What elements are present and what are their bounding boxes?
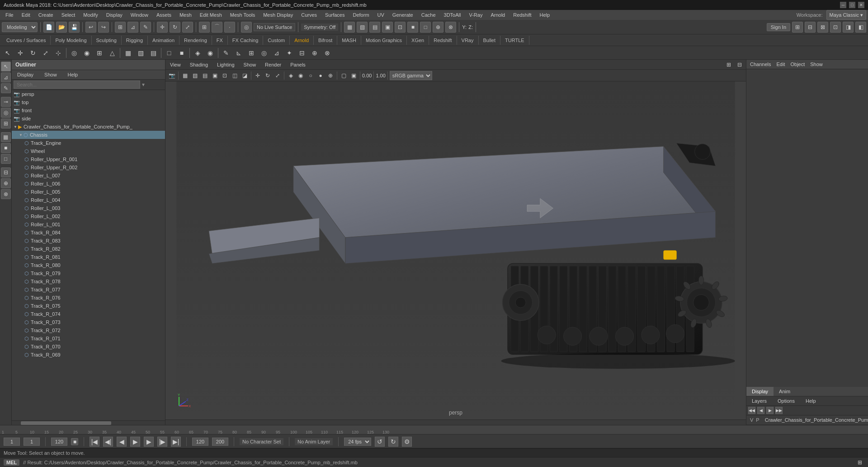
menu-curves[interactable]: Curves	[297, 11, 321, 19]
pb-play-fwd[interactable]: ▶	[130, 437, 140, 447]
vp-layout-icon5[interactable]: ⊡	[220, 71, 229, 80]
pb-refresh-btn[interactable]: ↺	[375, 437, 385, 447]
pb-prev-key[interactable]: ◀|	[103, 437, 113, 447]
tab-mash[interactable]: MASH	[337, 36, 361, 45]
menu-arnold[interactable]: Arnold	[487, 11, 509, 19]
menu-edit[interactable]: Edit	[18, 11, 34, 19]
vp-layout-icon1[interactable]: ▦	[180, 71, 189, 80]
outliner-item-track-engine[interactable]: ⬡ Track_Engine	[12, 139, 165, 147]
menu-vray[interactable]: V-Ray	[465, 11, 486, 19]
outliner-item-roller-upper-r002[interactable]: ⬡ Roller_Upper_R_002	[12, 163, 165, 172]
mel-expand-btn[interactable]: ⊞	[855, 458, 864, 467]
component-btn[interactable]: △	[106, 47, 118, 59]
outliner-item-roller-l004[interactable]: ⬡ Roller_L_004	[12, 196, 165, 204]
menu-create[interactable]: Create	[35, 11, 57, 19]
outliner-menu-help[interactable]: Help	[64, 71, 82, 78]
soft-sel-btn[interactable]: ◎	[68, 47, 80, 59]
outliner-item-roller-l005[interactable]: ⬡ Roller_L_005	[12, 188, 165, 196]
layer-ctrl-btn3[interactable]: ▶	[766, 407, 774, 414]
vp-menu-render[interactable]: Render	[262, 61, 284, 68]
tab-turtle[interactable]: TURTLE	[500, 36, 529, 45]
tab-vray[interactable]: VRay	[457, 36, 479, 45]
vp-move-icon[interactable]: ✛	[253, 71, 262, 80]
mode-dropdown[interactable]: Modeling	[2, 22, 38, 32]
tab-rendering[interactable]: Rendering	[179, 36, 212, 45]
render-icon6[interactable]: ■	[407, 22, 418, 33]
outliner-item-track-r070[interactable]: ⬡ Track_R_070	[12, 343, 165, 351]
outliner-item-roller-upper-r001[interactable]: ⬡ Roller_Upper_R_001	[12, 155, 165, 163]
render-icon7[interactable]: □	[420, 22, 431, 33]
rivet-btn[interactable]: ⊞	[245, 47, 257, 59]
vp-layout-icon7[interactable]: ◪	[240, 71, 249, 80]
vp-layout-icon6[interactable]: ◫	[230, 71, 239, 80]
render-icon2[interactable]: ▧	[357, 22, 368, 33]
outliner-item-chassis[interactable]: ▼ ⬡ Chassis	[12, 131, 165, 139]
open-file-btn[interactable]: 📂	[56, 22, 67, 33]
cam-btn1[interactable]: □	[163, 47, 175, 59]
tab-redshift[interactable]: Redshift	[429, 36, 457, 45]
anim-range-end-input[interactable]	[212, 438, 228, 446]
menu-select[interactable]: Select	[58, 11, 79, 19]
vp-layout-icon4[interactable]: ▣	[210, 71, 219, 80]
menu-file[interactable]: File	[2, 11, 17, 19]
new-file-btn[interactable]: 📄	[43, 22, 54, 33]
vp-shading-icon3[interactable]: ○	[306, 71, 315, 80]
menu-generate[interactable]: Generate	[389, 11, 417, 19]
outliner-item-top[interactable]: 📷 top	[12, 98, 165, 106]
tab-rigging[interactable]: Rigging	[122, 36, 148, 45]
vp-display-icon2[interactable]: ▣	[349, 71, 358, 80]
outliner-item-track-r071[interactable]: ⬡ Track_R_071	[12, 334, 165, 343]
menu-window[interactable]: Window	[127, 11, 152, 19]
soft-sel2-btn[interactable]: ◉	[81, 47, 93, 59]
move-btn[interactable]: ✛	[157, 22, 168, 33]
vp-display-icon1[interactable]: ▢	[339, 71, 348, 80]
disp-btn2[interactable]: ◉	[204, 47, 216, 59]
outliner-item-track-r069[interactable]: ⬡ Track_R_069	[12, 351, 165, 359]
range-end-input[interactable]	[51, 438, 67, 446]
lasso-tool[interactable]: ⊿	[1, 72, 11, 82]
vp-shading-icon1[interactable]: ◈	[286, 71, 295, 80]
joint-btn[interactable]: ◎	[258, 47, 270, 59]
tab-animation[interactable]: Animation	[148, 36, 179, 45]
pb-next-key[interactable]: |▶	[157, 437, 167, 447]
render-icon1[interactable]: ▦	[344, 22, 355, 33]
outliner-item-side[interactable]: 📷 side	[12, 114, 165, 123]
show-manip-tool[interactable]: ⊞	[1, 119, 11, 129]
search-dropdown-btn[interactable]: ▾	[142, 81, 145, 88]
live-surface-toggle-btn[interactable]: ◎	[241, 22, 252, 33]
vp-menu-panels[interactable]: Panels	[288, 61, 308, 68]
vp-camera-icon[interactable]: 📷	[167, 71, 176, 80]
pb-loop-btn[interactable]: ↻	[388, 437, 398, 447]
menu-mesh-tools[interactable]: Mesh Tools	[226, 11, 259, 19]
paint-btn[interactable]: ✎	[140, 22, 151, 33]
vp-menu-view[interactable]: View	[167, 61, 184, 68]
vp-rotate-icon[interactable]: ↻	[263, 71, 272, 80]
pb-skip-start[interactable]: |◀	[90, 437, 99, 447]
sculpt-tool[interactable]: ⊸	[1, 97, 11, 107]
snap-curve-btn[interactable]: ⌒	[212, 22, 222, 33]
outliner-item-persp[interactable]: 📷 persp	[12, 90, 165, 98]
pb-prev[interactable]: ◀	[117, 437, 127, 447]
outliner-item-front[interactable]: 📷 front	[12, 106, 165, 114]
vp-colorspace-dropdown[interactable]: sRGB gamma	[390, 71, 432, 80]
render-icon5[interactable]: ⊡	[395, 22, 406, 33]
vp-shading-icon4[interactable]: ●	[316, 71, 325, 80]
vp-menu-show[interactable]: Show	[241, 61, 259, 68]
outliner-item-root-group[interactable]: ▼ ▶ Crawler_Chassis_for_Portable_Concret…	[12, 123, 165, 131]
scale-btn[interactable]: ⤢	[182, 22, 193, 33]
channel-box-menu-object[interactable]: Object	[790, 62, 805, 67]
layout-btn2[interactable]: ▧	[135, 47, 146, 59]
workspace-dropdown[interactable]: Maya Classic ▾	[826, 10, 866, 20]
layer-ctrl-btn2[interactable]: ◀	[757, 407, 764, 414]
vp-shading-icon2[interactable]: ◉	[296, 71, 305, 80]
vp-scale-icon[interactable]: ⤢	[273, 71, 282, 80]
select-mode-btn[interactable]: ⊞	[115, 22, 126, 33]
outliner-item-track-r079[interactable]: ⬡ Track_R_079	[12, 269, 165, 277]
select-tool-btn[interactable]: ↖	[2, 47, 14, 59]
pb-skip-end[interactable]: ▶|	[171, 437, 181, 447]
render-icon9[interactable]: ⊗	[445, 22, 456, 33]
menu-modify[interactable]: Modify	[80, 11, 101, 19]
outliner-item-track-r072[interactable]: ⬡ Track_R_072	[12, 326, 165, 334]
rotate-btn[interactable]: ↻	[170, 22, 180, 33]
pb-settings-btn[interactable]: ⚙	[402, 437, 412, 447]
